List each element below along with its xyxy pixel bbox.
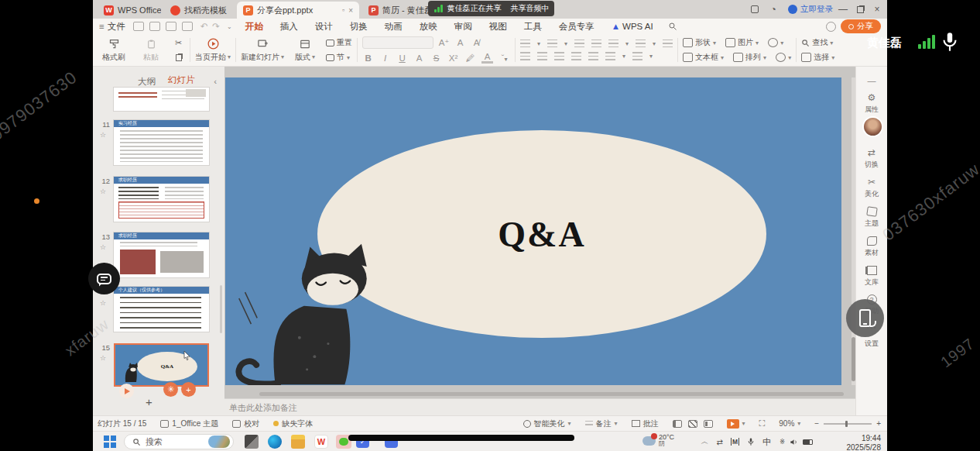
icon-library-button[interactable]: ▾ bbox=[768, 38, 783, 47]
tray-app-icon[interactable]: M bbox=[731, 438, 739, 446]
file-menu[interactable]: 文件 bbox=[108, 21, 125, 33]
tray-sync-icon[interactable]: ⇄ bbox=[717, 438, 723, 446]
print-preview-icon[interactable] bbox=[182, 22, 193, 31]
task-view-icon[interactable] bbox=[245, 435, 259, 449]
zoom-out-button[interactable]: − bbox=[814, 419, 819, 428]
star-icon[interactable]: ☆ bbox=[100, 131, 106, 139]
skin-icon[interactable]: ◔ bbox=[763, 0, 783, 19]
copy-icon[interactable] bbox=[172, 52, 185, 64]
proofing-button[interactable]: 校对 bbox=[232, 418, 259, 429]
edge-icon[interactable] bbox=[268, 435, 282, 449]
line-spacing-icon[interactable] bbox=[636, 40, 646, 48]
sidebar-item-library[interactable]: 文库 bbox=[865, 265, 879, 287]
slide-thumbnail-15-selected[interactable]: Q&A bbox=[114, 343, 209, 387]
play-slide-button[interactable] bbox=[119, 384, 134, 398]
clock-widget[interactable]: 19:44 2025/5/28 bbox=[847, 434, 882, 451]
tab-view[interactable]: 视图 bbox=[489, 21, 507, 33]
print-icon[interactable] bbox=[166, 22, 176, 31]
columns-icon[interactable] bbox=[608, 40, 618, 48]
normal-view-icon[interactable] bbox=[673, 420, 682, 428]
notes-button[interactable]: 备注▾ bbox=[585, 418, 618, 429]
zoom-slider[interactable] bbox=[824, 423, 872, 425]
italic-button[interactable]: I bbox=[379, 53, 391, 63]
play-from-current-button[interactable]: 当页开始▾ bbox=[195, 38, 231, 63]
tray-expand-icon[interactable]: ︿ bbox=[701, 436, 709, 447]
phonetic-guide-icon[interactable]: ˇ▾ bbox=[499, 53, 510, 63]
chat-bubble-button[interactable] bbox=[88, 263, 120, 294]
microphone-icon[interactable] bbox=[940, 31, 960, 54]
star-icon[interactable]: ☆ bbox=[100, 188, 106, 195]
slide-layout-button[interactable]: 版式▾ bbox=[289, 38, 321, 63]
taskbar-search[interactable]: 搜索 bbox=[124, 434, 234, 449]
reading-view-icon[interactable] bbox=[704, 420, 713, 428]
textbox-button[interactable]: 文本框▾ bbox=[683, 52, 724, 63]
text-direction-icon[interactable] bbox=[663, 40, 673, 48]
login-button[interactable]: 立即登录 bbox=[788, 0, 833, 19]
paste-button[interactable]: 粘贴 bbox=[135, 38, 167, 63]
shapes-button[interactable]: 形状▾ bbox=[683, 37, 716, 48]
distribute-icon[interactable] bbox=[588, 52, 598, 60]
theme-indicator[interactable]: 1_Office 主题 bbox=[160, 418, 218, 429]
section-button[interactable]: 节▾ bbox=[326, 52, 352, 63]
chevron-down-icon[interactable]: ⌄ bbox=[227, 23, 232, 30]
eye-protect-icon[interactable] bbox=[826, 22, 836, 32]
tab-share-ppt[interactable]: P 分享会ppt.pptx ▫ × bbox=[237, 2, 359, 19]
tab-docer-templates[interactable]: 找稻壳模板 bbox=[164, 2, 235, 19]
sidebar-item-settings[interactable]: 设置 bbox=[865, 339, 879, 349]
vertical-align-icon[interactable] bbox=[605, 52, 615, 60]
star-icon[interactable]: ☆ bbox=[100, 354, 106, 362]
superscript-button[interactable]: X² bbox=[447, 53, 459, 63]
align-left-icon[interactable] bbox=[520, 52, 530, 60]
tab-wps-ai[interactable]: ▲ WPS AI bbox=[612, 22, 653, 31]
missing-font-warning[interactable]: 缺失字体 bbox=[273, 418, 313, 429]
sidebar-item-assets[interactable]: 素材 bbox=[865, 236, 879, 258]
tray-mic-icon[interactable] bbox=[747, 437, 755, 447]
tab-tools[interactable]: 工具 bbox=[524, 21, 542, 33]
select-button[interactable]: 选择▾ bbox=[801, 52, 834, 63]
beautify-slide-button[interactable]: ✳ bbox=[163, 382, 178, 397]
slideshow-button[interactable]: ▾ bbox=[727, 419, 745, 429]
presenter-camera-avatar[interactable] bbox=[862, 116, 883, 137]
hamburger-icon[interactable]: ≡ bbox=[99, 22, 105, 31]
save-icon[interactable] bbox=[133, 22, 144, 31]
slide-thumbnail-10-partial[interactable] bbox=[114, 88, 209, 111]
wps-icon[interactable]: W bbox=[314, 435, 328, 449]
undo-icon[interactable]: ↶ bbox=[200, 21, 208, 32]
slide-thumbnail-13[interactable]: 求职经历 bbox=[114, 232, 209, 277]
ime-indicator[interactable]: 中 bbox=[762, 436, 771, 448]
tab-slideshow[interactable]: 放映 bbox=[420, 21, 437, 33]
panel-scrollbar[interactable] bbox=[220, 285, 222, 333]
strikethrough-button[interactable]: S bbox=[430, 53, 442, 63]
tab-pin-icon[interactable]: ▫ bbox=[342, 6, 344, 14]
tab-transition[interactable]: 切换 bbox=[350, 21, 368, 33]
zoom-in-button[interactable]: + bbox=[876, 419, 881, 428]
tab-close-icon[interactable]: × bbox=[348, 6, 353, 15]
tab-insert[interactable]: 插入 bbox=[280, 21, 298, 33]
slide-sorter-icon[interactable] bbox=[688, 420, 697, 428]
align-right-icon[interactable] bbox=[554, 52, 564, 60]
layout-switch-icon[interactable] bbox=[745, 0, 765, 19]
tab-review[interactable]: 审阅 bbox=[454, 21, 472, 33]
collapse-sidebar-icon[interactable]: — bbox=[868, 76, 876, 85]
bold-button[interactable]: B bbox=[362, 53, 374, 63]
star-icon[interactable]: ☆ bbox=[100, 299, 106, 307]
notes-placeholder[interactable]: 单击此处添加备注 bbox=[224, 398, 855, 415]
paragraph-settings-icon[interactable] bbox=[632, 52, 642, 60]
file-explorer-icon[interactable] bbox=[291, 435, 305, 449]
tab-home[interactable]: 开始 bbox=[245, 21, 263, 33]
sidebar-item-properties[interactable]: ⚙ 属性 bbox=[865, 92, 879, 115]
underline-button[interactable]: U bbox=[396, 53, 408, 63]
reset-button[interactable]: 重置 bbox=[326, 37, 352, 48]
numbered-list-icon[interactable] bbox=[547, 40, 557, 48]
sidebar-item-theme[interactable]: 主题 bbox=[865, 206, 879, 229]
slide-canvas[interactable]: Q&A bbox=[225, 77, 841, 385]
add-element-button[interactable]: + bbox=[181, 382, 196, 397]
picture-button[interactable]: 图片▾ bbox=[725, 37, 759, 48]
close-button[interactable]: × bbox=[867, 0, 887, 19]
font-color-icon[interactable]: A bbox=[481, 52, 493, 64]
bullet-list-icon[interactable] bbox=[520, 40, 530, 48]
export-icon[interactable] bbox=[149, 22, 160, 31]
weather-widget[interactable]: 20°C 阴 bbox=[642, 434, 674, 447]
tab-wps-office[interactable]: W WPS Office bbox=[98, 2, 161, 19]
font-decrease-icon[interactable]: A bbox=[454, 38, 466, 47]
